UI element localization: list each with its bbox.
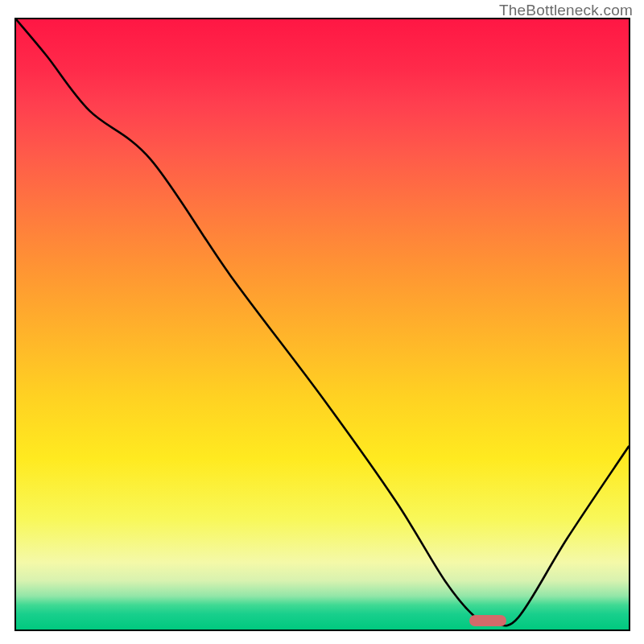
chart-frame (14, 18, 630, 631)
watermark-label: TheBottleneck.com (499, 2, 633, 19)
optimal-marker (469, 615, 506, 626)
bottleneck-curve (16, 19, 629, 625)
chart-svg (16, 19, 629, 630)
